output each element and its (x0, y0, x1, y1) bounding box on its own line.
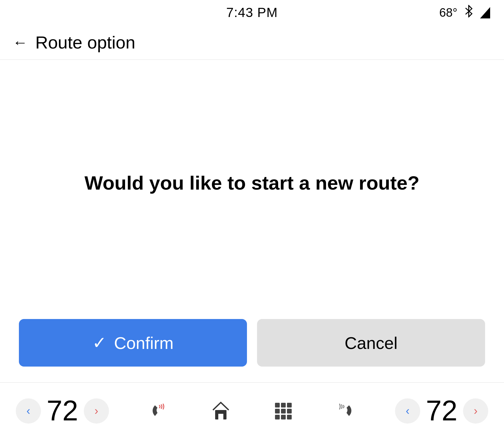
right-nav-prev-button[interactable]: ‹ (395, 398, 420, 424)
status-bar: 7:43 PM 68° (0, 0, 504, 25)
right-next-arrow-icon: › (474, 404, 478, 418)
home-icon[interactable] (208, 398, 233, 424)
status-time: 7:43 PM (226, 5, 278, 20)
bluetooth-icon (463, 5, 474, 20)
right-prev-arrow-icon: ‹ (406, 404, 410, 418)
svg-rect-8 (275, 415, 280, 419)
svg-rect-5 (275, 409, 280, 413)
svg-rect-3 (281, 403, 286, 408)
page-header: ← Route option (0, 25, 504, 60)
left-nav-next-button[interactable]: › (84, 398, 109, 424)
svg-rect-1 (218, 414, 223, 419)
confirm-button[interactable]: ✓ Confirm (19, 319, 247, 367)
right-number-display: 72 (423, 395, 461, 427)
checkmark-icon: ✓ (92, 333, 106, 353)
bottom-left-section: ‹ 72 › (16, 395, 109, 427)
svg-rect-2 (275, 403, 280, 408)
svg-rect-7 (287, 409, 292, 413)
left-prev-arrow-icon: ‹ (26, 404, 30, 418)
back-button[interactable]: ← (13, 34, 28, 51)
svg-rect-10 (287, 415, 292, 419)
left-number-display: 72 (43, 395, 81, 427)
svg-rect-4 (287, 403, 292, 408)
left-nav-prev-button[interactable]: ‹ (16, 398, 41, 424)
status-right: 68° (439, 5, 491, 20)
main-content: Would you like to start a new route? (0, 60, 504, 306)
dialog-question: Would you like to start a new route? (84, 170, 419, 196)
svg-rect-6 (281, 409, 286, 413)
signal-icon (480, 7, 491, 18)
bottom-right-section: ‹ 72 › (395, 395, 488, 427)
action-buttons: ✓ Confirm Cancel (0, 306, 504, 382)
left-next-arrow-icon: › (94, 404, 98, 418)
confirm-label: Confirm (114, 333, 174, 353)
grid-icon[interactable] (271, 398, 296, 424)
right-nav-next-button[interactable]: › (463, 398, 488, 424)
temperature-display: 68° (439, 6, 457, 20)
svg-rect-9 (281, 415, 286, 419)
cancel-label: Cancel (345, 333, 398, 353)
heat-phone-left-icon (146, 398, 171, 424)
page-title: Route option (35, 32, 135, 53)
heat-phone-right-icon (333, 398, 358, 424)
cancel-button[interactable]: Cancel (257, 319, 485, 367)
bottom-bar: ‹ 72 › (0, 382, 504, 439)
